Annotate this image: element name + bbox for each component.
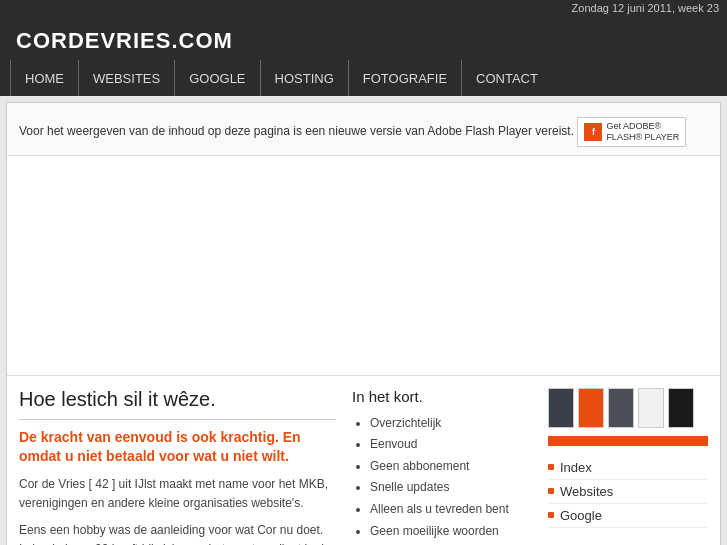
nav-item-contact[interactable]: CONTACT <box>461 60 552 96</box>
color-swatch-0[interactable] <box>548 388 574 428</box>
page-title: Hoe lestich sil it wêze. <box>19 388 336 420</box>
right-nav-google[interactable]: Google <box>548 504 708 528</box>
bottom-section: Hoe lestich sil it wêze. De kracht van e… <box>7 376 720 545</box>
right-nav-label: Google <box>560 508 602 523</box>
adobe-icon: f <box>584 123 602 141</box>
main-nav: HOME WEBSITES GOOGLE HOSTING FOTOGRAFIE … <box>0 60 727 96</box>
right-nav-label: Websites <box>560 484 613 499</box>
right-nav-websites[interactable]: Websites <box>548 480 708 504</box>
flash-player-area <box>7 156 720 376</box>
color-swatches <box>548 388 708 428</box>
main-wrapper: Voor het weergeven van de inhoud op deze… <box>6 102 721 545</box>
kort-title: In het kort. <box>352 388 532 405</box>
list-item: Eenvoud <box>370 434 532 456</box>
flash-button-label: Get ADOBE® FLASH® PLAYER <box>606 121 679 143</box>
date-display: Zondag 12 juni 2011, week 23 <box>572 2 719 14</box>
orange-bar <box>548 436 708 446</box>
description-2: Eens een hobby was de aanleiding voor wa… <box>19 521 336 545</box>
flash-download-button[interactable]: f Get ADOBE® FLASH® PLAYER <box>577 117 686 147</box>
bullet-icon <box>548 512 554 518</box>
flash-notice-text: Voor het weergeven van de inhoud op deze… <box>19 124 574 138</box>
right-nav: Index Websites Google <box>548 456 708 528</box>
right-column: Index Websites Google <box>548 388 708 545</box>
left-column: Hoe lestich sil it wêze. De kracht van e… <box>19 388 336 545</box>
description-1: Cor de Vries [ 42 ] uit IJlst maakt met … <box>19 475 336 513</box>
list-item: Snelle updates <box>370 477 532 499</box>
top-bar: Zondag 12 juni 2011, week 23 <box>0 0 727 16</box>
list-item: Overzichtelijk <box>370 413 532 435</box>
logo-area: CORDEVRIES.COM <box>0 16 727 60</box>
flash-notice: Voor het weergeven van de inhoud op deze… <box>7 103 720 156</box>
color-swatch-2[interactable] <box>608 388 634 428</box>
nav-item-websites[interactable]: WEBSITES <box>78 60 174 96</box>
kort-list: Overzichtelijk Eenvoud Geen abbonement S… <box>352 413 532 545</box>
right-nav-label: Index <box>560 460 592 475</box>
list-item: Geen moeilijke woorden <box>370 521 532 543</box>
nav-item-google[interactable]: GOOGLE <box>174 60 259 96</box>
middle-column: In het kort. Overzichtelijk Eenvoud Geen… <box>352 388 532 545</box>
site-logo[interactable]: CORDEVRIES.COM <box>16 28 711 54</box>
list-item: Geen abbonement <box>370 456 532 478</box>
list-item: Alleen als u tevreden bent <box>370 499 532 521</box>
color-swatch-4[interactable] <box>668 388 694 428</box>
bullet-icon <box>548 464 554 470</box>
color-swatch-1[interactable] <box>578 388 604 428</box>
color-swatch-3[interactable] <box>638 388 664 428</box>
tagline: De kracht van eenvoud is ook krachtig. E… <box>19 428 336 467</box>
nav-item-home[interactable]: HOME <box>10 60 78 96</box>
bullet-icon <box>548 488 554 494</box>
right-nav-index[interactable]: Index <box>548 456 708 480</box>
nav-item-fotografie[interactable]: FOTOGRAFIE <box>348 60 461 96</box>
nav-item-hosting[interactable]: HOSTING <box>260 60 348 96</box>
